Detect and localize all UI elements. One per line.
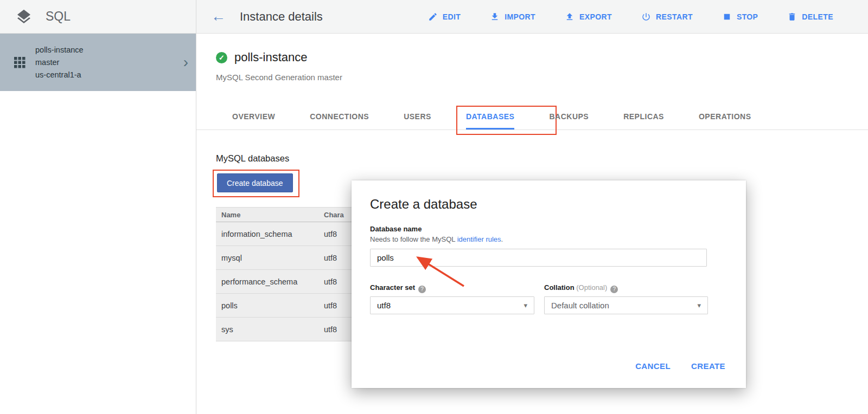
power-icon [641,12,651,22]
dropdown-caret-icon [524,301,527,309]
dialog-title: Create a database [370,197,477,212]
tab-overview[interactable]: OVERVIEW [232,103,275,130]
stop-button[interactable]: STOP [722,12,758,22]
top-bar: SQL Instance details EDIT IMPORT EXPORT [0,0,868,34]
page: SQL Instance details EDIT IMPORT EXPORT [0,0,868,414]
db-name: sys [216,325,324,334]
collation-optional-hint: (Optional) [576,283,607,292]
stop-icon [722,12,732,22]
help-text-prefix: Needs to follow the MySQL [370,235,457,243]
database-name-input[interactable] [370,249,707,267]
dialog-create-button[interactable]: CREATE [691,361,725,371]
character-set-value: utf8 [377,301,391,310]
tab-connections[interactable]: CONNECTIONS [310,103,369,130]
header-actions: EDIT IMPORT EXPORT RESTART STOP [428,0,833,33]
help-icon[interactable] [610,286,618,293]
product-header: SQL [0,0,196,33]
db-name: performance_schema [216,277,324,286]
column-header-name: Name [216,211,324,219]
character-set-select[interactable]: utf8 [370,296,534,314]
help-icon[interactable] [418,286,426,293]
product-name: SQL [46,9,71,24]
db-charset: utf8 [324,277,337,286]
tab-operations[interactable]: OPERATIONS [699,103,751,130]
create-database-wrap: Create database [217,173,293,192]
tab-bar: OVERVIEW CONNECTIONS USERS DATABASES BAC… [196,103,868,130]
identifier-rules-link[interactable]: identifier rules [457,235,501,243]
stop-button-label: STOP [737,12,758,21]
restart-button[interactable]: RESTART [641,12,693,22]
edit-button-label: EDIT [443,12,461,21]
sidebar-instance-item[interactable]: polls-instance master us-central1-a [0,34,196,91]
dialog-buttons: CANCEL CREATE [635,361,725,371]
import-button[interactable]: IMPORT [490,12,535,22]
green-check-icon [216,52,227,63]
export-button-label: EXPORT [579,12,612,21]
tab-replicas[interactable]: REPLICAS [623,103,664,130]
db-charset: utf8 [324,301,337,310]
restart-button-label: RESTART [656,12,693,21]
chevron-right-icon[interactable] [183,55,188,70]
pencil-icon [428,12,438,22]
sidebar-divider [196,0,196,414]
section-title: MySQL databases [216,153,289,164]
instance-grid-icon [14,57,25,68]
tab-users[interactable]: USERS [404,103,431,130]
import-icon [490,12,500,22]
tab-backups[interactable]: BACKUPS [549,103,589,130]
character-set-label-text: Character set [370,283,415,292]
delete-button[interactable]: DELETE [787,12,833,22]
sidebar-instance-zone: us-central1-a [35,69,183,81]
create-database-dialog: Create a database Database name Needs to… [352,180,746,388]
character-set-label: Character set [370,283,426,293]
delete-button-label: DELETE [802,12,833,21]
create-database-button[interactable]: Create database [217,173,293,192]
help-text-suffix: . [501,235,503,243]
instance-header: polls-instance [216,50,308,64]
column-header-charset: Chara [324,211,344,219]
sidebar-instance-text: polls-instance master us-central1-a [35,44,183,81]
collation-value: Default collation [551,301,609,310]
dropdown-caret-icon [697,301,701,309]
import-button-label: IMPORT [505,12,535,21]
export-button[interactable]: EXPORT [565,12,612,22]
tab-databases-label: DATABASES [466,112,515,121]
database-name-label: Database name [370,225,422,233]
sidebar: polls-instance master us-central1-a [0,34,196,414]
database-name-help: Needs to follow the MySQL identifier rul… [370,235,503,243]
db-charset: utf8 [324,325,337,334]
db-name: mysql [216,254,324,262]
cancel-button[interactable]: CANCEL [635,361,671,371]
db-charset: utf8 [324,254,337,262]
export-icon [565,12,575,22]
tab-databases[interactable]: DATABASES [466,103,515,130]
cloud-sql-logo-icon [15,8,33,25]
topbar-main: Instance details EDIT IMPORT EXPORT REST… [196,0,868,33]
db-name: information_schema [216,230,324,238]
sidebar-instance-name: polls-instance [35,44,183,56]
collation-label-text: Collation [544,283,575,292]
trash-icon [787,12,797,22]
db-name: polls [216,301,324,310]
collation-label: Collation (Optional) [544,283,618,293]
back-arrow-icon[interactable] [211,9,226,24]
db-charset: utf8 [324,230,337,238]
instance-subtitle: MySQL Second Generation master [216,73,342,82]
edit-button[interactable]: EDIT [428,12,461,22]
collation-select[interactable]: Default collation [544,296,708,314]
instance-name: polls-instance [234,50,308,64]
sidebar-instance-role: master [35,56,183,69]
page-title: Instance details [240,10,323,24]
